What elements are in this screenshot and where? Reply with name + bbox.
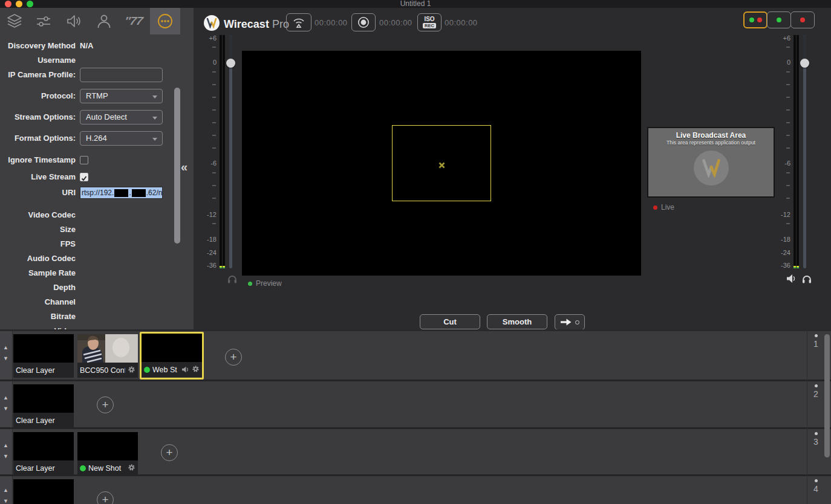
info-label: Size bbox=[0, 222, 76, 237]
redaction-block bbox=[114, 189, 128, 197]
protocol-select[interactable]: RTMP bbox=[80, 89, 163, 103]
person-tab-icon[interactable] bbox=[95, 12, 113, 30]
main-area: Wirecast Pro 00:00:00 00:00:00 ISO REC 0… bbox=[194, 8, 831, 329]
format-options-select[interactable]: H.264 bbox=[80, 131, 163, 146]
stream-options-label: Stream Options: bbox=[0, 110, 76, 124]
layer-dot-icon bbox=[815, 334, 818, 337]
shot-clear-layer[interactable]: Clear Layer bbox=[13, 432, 74, 474]
transition-1-select[interactable]: Cut bbox=[420, 314, 480, 329]
meter-level-bar bbox=[794, 35, 796, 268]
shot-clear-layer[interactable]: Clear Layer bbox=[13, 384, 74, 427]
shot-thumbnail bbox=[142, 334, 202, 362]
meter-tick-icon bbox=[786, 223, 790, 224]
shot-bcc950-conf[interactable]: BCC950 Conf bbox=[77, 334, 138, 378]
red-dot-icon bbox=[757, 18, 762, 22]
meter-level-bar bbox=[220, 35, 222, 268]
layer-up-icon[interactable]: ▲ bbox=[3, 344, 8, 351]
gear-icon[interactable] bbox=[128, 366, 135, 373]
add-shot-button[interactable]: + bbox=[161, 444, 178, 461]
shot-thumbnail bbox=[77, 432, 138, 460]
volume-slider-track[interactable] bbox=[229, 35, 232, 268]
iso-timer: 00:00:00 bbox=[445, 18, 478, 27]
volume-slider-knob[interactable] bbox=[226, 59, 235, 68]
more-settings-tab[interactable] bbox=[150, 8, 180, 34]
audio-tab-icon[interactable] bbox=[65, 12, 83, 30]
ip-camera-profile-input[interactable] bbox=[80, 68, 163, 82]
arrow-right-icon bbox=[560, 318, 572, 326]
shot-new-shot[interactable]: New Shot bbox=[77, 432, 138, 474]
record-button[interactable] bbox=[351, 13, 376, 31]
layers-tab-icon[interactable] bbox=[5, 12, 24, 30]
shot-label: Clear Layer bbox=[13, 460, 74, 474]
live-speaker-icon[interactable] bbox=[786, 274, 797, 286]
layer-dot-icon bbox=[815, 384, 818, 387]
chevron-down-icon bbox=[152, 95, 157, 99]
shot-clear-layer[interactable]: Clear Layer bbox=[13, 334, 74, 378]
view-preview-button[interactable] bbox=[767, 11, 791, 28]
layer-up-icon[interactable]: ▲ bbox=[3, 395, 8, 401]
meter-scale-label: -18 bbox=[777, 236, 790, 243]
panel-scrollbar[interactable] bbox=[174, 88, 180, 244]
transition-2-select[interactable]: Smooth bbox=[487, 314, 547, 329]
layer-down-icon[interactable]: ▼ bbox=[3, 405, 8, 412]
circle-icon bbox=[575, 320, 579, 325]
layer-reorder-controls: ▲▼ bbox=[0, 331, 13, 380]
layer-up-icon[interactable]: ▲ bbox=[3, 487, 8, 493]
meter-level-indicator bbox=[223, 266, 225, 268]
meter-scale-label: -36 bbox=[777, 262, 790, 269]
record-timer: 00:00:00 bbox=[379, 18, 412, 27]
info-label: Audio Codec bbox=[0, 251, 76, 266]
iso-record-button[interactable]: ISO REC bbox=[417, 13, 442, 31]
meter-tick-icon bbox=[212, 223, 216, 224]
stream-options-select[interactable]: Auto Detect bbox=[80, 110, 163, 124]
shot-thumbnail bbox=[13, 334, 74, 363]
add-shot-button[interactable]: + bbox=[97, 491, 114, 504]
meter-level-indicator bbox=[794, 266, 796, 268]
live-headphone-icon[interactable] bbox=[801, 274, 812, 286]
app-title: Wirecast Pro bbox=[224, 18, 289, 31]
shot-thumbnail bbox=[13, 432, 74, 460]
ignore-timestamp-checkbox[interactable] bbox=[80, 156, 88, 164]
meter-tick-icon bbox=[786, 47, 790, 48]
view-preview-live-button[interactable] bbox=[743, 11, 767, 28]
volume-slider-track[interactable] bbox=[803, 35, 806, 268]
view-live-button[interactable] bbox=[790, 11, 815, 28]
live-stream-label: Live Stream bbox=[0, 170, 76, 184]
layer-number-text: 2 bbox=[809, 389, 823, 399]
live-stream-checkbox[interactable] bbox=[80, 173, 88, 181]
preview-canvas[interactable] bbox=[242, 51, 641, 276]
speaker-icon[interactable] bbox=[181, 366, 189, 373]
layer-row: ▲▼Clear Layer+ bbox=[0, 476, 831, 504]
volume-slider-knob[interactable] bbox=[800, 59, 809, 68]
go-transition-button[interactable] bbox=[555, 314, 585, 330]
shot-clear-layer[interactable]: Clear Layer bbox=[13, 479, 74, 504]
layer-reorder-controls: ▲▼ bbox=[0, 429, 13, 474]
add-shot-button[interactable]: + bbox=[225, 349, 242, 366]
meter-tick-icon bbox=[786, 71, 790, 73]
gear-icon[interactable] bbox=[128, 464, 135, 471]
titles-tab-icon[interactable]: ″77 bbox=[125, 12, 143, 30]
collapse-panel-icon[interactable]: « bbox=[181, 160, 187, 174]
preview-headphone-icon[interactable] bbox=[227, 274, 238, 286]
meter-tick-icon bbox=[786, 122, 790, 123]
uri-input[interactable]: rtsp://192...62/n bbox=[80, 187, 163, 199]
shot-name: Clear Layer bbox=[16, 464, 71, 473]
meter-level-indicator bbox=[797, 266, 799, 268]
ignore-timestamp-label: Ignore Timestamp bbox=[0, 153, 76, 167]
meter-scale-label: -12 bbox=[203, 211, 217, 218]
layer-down-icon[interactable]: ▼ bbox=[3, 453, 8, 459]
stream-button[interactable] bbox=[286, 13, 311, 31]
add-shot-button[interactable]: + bbox=[97, 396, 114, 413]
filters-tab-icon[interactable] bbox=[34, 12, 53, 30]
gear-icon[interactable] bbox=[192, 365, 200, 373]
green-dot-icon bbox=[248, 282, 252, 286]
layer-down-icon[interactable]: ▼ bbox=[3, 355, 8, 361]
stream-timer: 00:00:00 bbox=[314, 18, 348, 27]
layer-down-icon[interactable]: ▼ bbox=[3, 498, 8, 504]
layers-scrollbar[interactable] bbox=[824, 334, 830, 457]
layer-up-icon[interactable]: ▲ bbox=[3, 442, 8, 448]
layer-number-text: 1 bbox=[809, 339, 823, 349]
shot-web-st[interactable]: Web St bbox=[140, 332, 204, 380]
selection-center-marker-icon[interactable] bbox=[438, 160, 445, 171]
uri-label: URI bbox=[0, 186, 76, 200]
